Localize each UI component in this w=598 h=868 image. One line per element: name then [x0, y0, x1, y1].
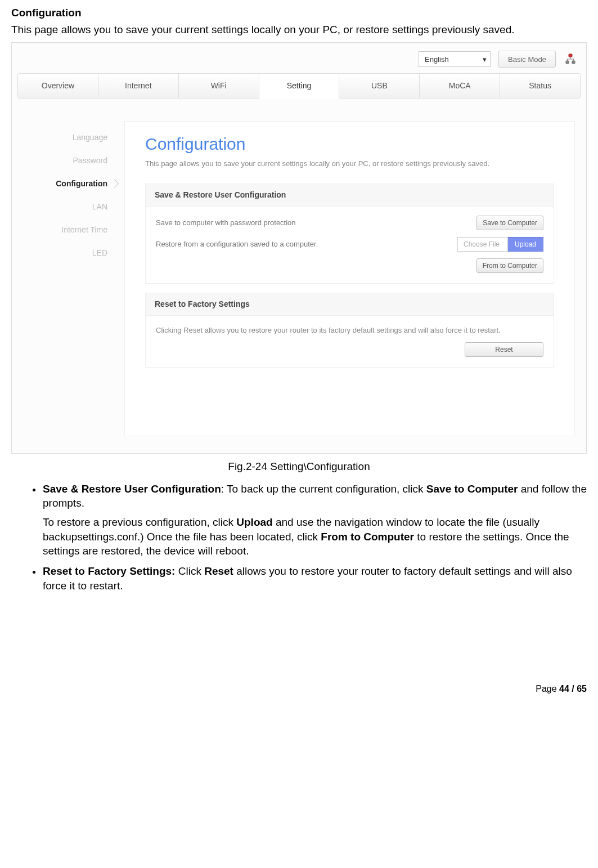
bullet2-b: Reset	[204, 565, 233, 577]
file-chooser: Choose File Upload	[457, 237, 543, 252]
reset-description: Clicking Reset allows you to restore you…	[156, 325, 543, 336]
network-status-icon[interactable]	[564, 52, 577, 66]
section-reset: Reset to Factory Settings Clicking Reset…	[145, 293, 554, 368]
restore-row-text: Restore from a configuration saved to a …	[156, 239, 452, 249]
bullet1-p2-b: Upload	[236, 516, 272, 528]
reset-button[interactable]: Reset	[465, 342, 543, 357]
figure-caption: Fig.2-24 Setting\Configuration	[11, 459, 587, 474]
content-panel: Configuration This page allows you to sa…	[124, 121, 575, 436]
svg-rect-2	[572, 61, 575, 64]
language-select-value: English	[425, 55, 449, 65]
from-to-computer-button[interactable]: From to Computer	[476, 258, 543, 273]
bullet2-label: Reset to Factory Settings:	[43, 565, 175, 577]
footer-prefix: Page	[536, 684, 559, 693]
page-footer: Page 44 / 65	[11, 683, 587, 695]
bullet1-p2-a: To restore a previous configuration, cli…	[43, 516, 236, 528]
section-head-reset: Reset to Factory Settings	[146, 293, 554, 316]
tab-internet[interactable]: Internet	[98, 73, 179, 99]
save-row-text: Save to computer with password protectio…	[156, 218, 471, 228]
screenshot-figure: English ▾ Basic Mode Overview Internet W…	[11, 42, 587, 454]
bullet2-a: Click	[175, 565, 204, 577]
tab-status[interactable]: Status	[500, 73, 581, 99]
sidebar-item-led[interactable]: LED	[23, 248, 107, 258]
restore-row: Restore from a configuration saved to a …	[156, 237, 543, 252]
sidebar: Language Password Configuration LAN Inte…	[23, 121, 107, 436]
bullet1-text-a: : To back up the current configuration, …	[221, 483, 426, 495]
page-subtitle: This page allows you to save your curren…	[145, 158, 554, 169]
section-save-restore: Save & Restore User Configuration Save t…	[145, 184, 554, 284]
bullet1-p2-d: From to Computer	[321, 531, 414, 543]
sidebar-item-password[interactable]: Password	[23, 155, 107, 166]
sidebar-item-lan[interactable]: LAN	[23, 202, 107, 212]
bullet1-text-b: Save to Computer	[426, 483, 518, 495]
bullet-reset: Reset to Factory Settings: Click Reset a…	[42, 564, 587, 593]
sidebar-item-configuration[interactable]: Configuration	[23, 178, 107, 189]
tab-setting[interactable]: Setting	[259, 73, 340, 99]
sidebar-item-internet-time[interactable]: Internet Time	[23, 225, 107, 235]
page-title: Configuration	[145, 133, 554, 156]
tab-usb[interactable]: USB	[339, 73, 420, 99]
doc-heading: Configuration	[11, 6, 587, 20]
tab-wifi[interactable]: WiFi	[179, 73, 259, 99]
language-select[interactable]: English ▾	[419, 51, 491, 67]
tab-moca[interactable]: MoCA	[420, 73, 500, 99]
basic-mode-label: Basic Mode	[508, 55, 546, 65]
section-head-save-restore: Save & Restore User Configuration	[146, 184, 554, 207]
upload-button[interactable]: Upload	[508, 237, 543, 252]
svg-rect-0	[569, 54, 572, 57]
tab-bar: Overview Internet WiFi Setting USB MoCA …	[17, 73, 581, 99]
sidebar-item-language[interactable]: Language	[23, 132, 107, 143]
top-bar: English ▾ Basic Mode	[12, 43, 586, 73]
bullet-list: Save & Restore User Configuration: To ba…	[11, 482, 587, 593]
doc-intro: This page allows you to save your curren…	[11, 23, 587, 37]
svg-rect-1	[566, 61, 569, 64]
save-row: Save to computer with password protectio…	[156, 216, 543, 230]
tab-overview[interactable]: Overview	[17, 73, 98, 99]
main-area: Language Password Configuration LAN Inte…	[12, 99, 586, 453]
bullet1-label: Save & Restore User Configuration	[43, 483, 221, 495]
footer-page: 44 / 65	[559, 684, 587, 693]
choose-file-input[interactable]: Choose File	[457, 237, 508, 252]
save-to-computer-button[interactable]: Save to Computer	[476, 216, 543, 230]
dropdown-icon: ▾	[483, 55, 487, 65]
basic-mode-button[interactable]: Basic Mode	[498, 51, 556, 68]
bullet-save-restore: Save & Restore User Configuration: To ba…	[42, 482, 587, 558]
